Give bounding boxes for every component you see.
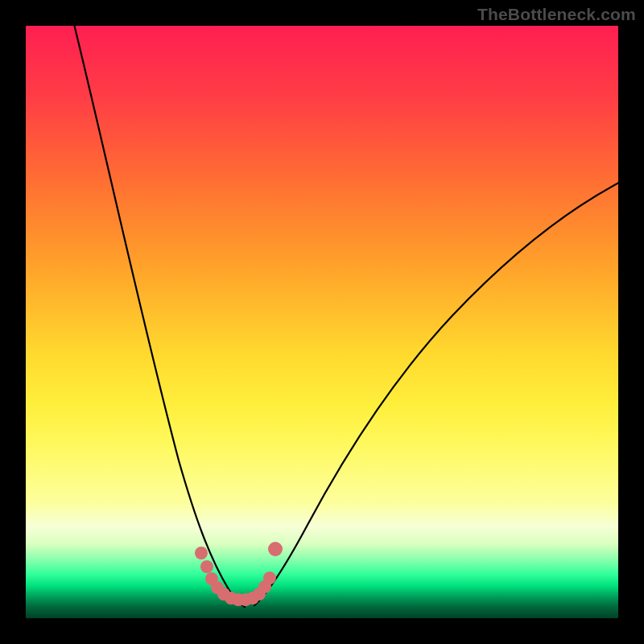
marker-dot <box>268 542 283 556</box>
marker-cluster <box>195 542 283 606</box>
plot-area <box>26 26 618 618</box>
right-bottleneck-curve <box>254 180 618 605</box>
marker-dot <box>263 572 276 584</box>
marker-dot <box>195 547 208 559</box>
watermark-text: TheBottleneck.com <box>477 5 636 24</box>
chart-frame: TheBottleneck.com <box>0 0 644 644</box>
curve-overlay <box>26 26 618 618</box>
marker-dot <box>200 560 213 573</box>
left-bottleneck-curve <box>72 26 245 607</box>
